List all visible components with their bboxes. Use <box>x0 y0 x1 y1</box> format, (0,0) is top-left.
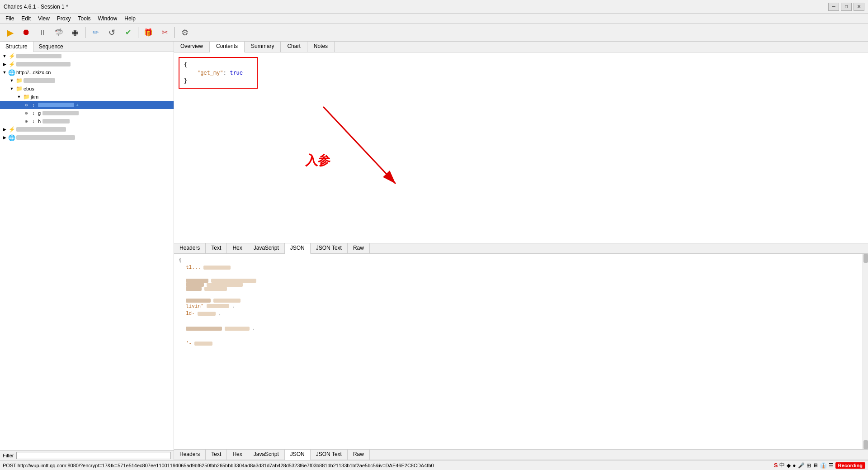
tab-summary[interactable]: Summary <box>245 42 281 52</box>
window-title: Charles 4.6.1 - Session 1 * <box>4 4 68 10</box>
req-tab-headers[interactable]: Headers <box>174 243 206 253</box>
minimize-button[interactable]: ─ <box>828 3 839 11</box>
resp-key-apos: '- <box>186 340 192 347</box>
expand-host5[interactable]: ▶ <box>1 134 8 141</box>
expand-icon3[interactable]: ▼ <box>1 69 8 76</box>
menu-help[interactable]: Help <box>121 14 139 23</box>
gift-button[interactable]: 🎁 <box>141 25 156 40</box>
resp-tab-hex[interactable]: Hex <box>227 450 248 460</box>
req-tab-hex[interactable]: Hex <box>227 243 248 253</box>
tree-item-host3[interactable]: ▼ 🌐 http://...dsizx.cn <box>0 68 174 76</box>
record-button[interactable]: ⏺ <box>19 25 33 40</box>
maximize-button[interactable]: □ <box>841 3 852 11</box>
menu-window[interactable]: Window <box>94 14 121 23</box>
folder-icon-ebus: 📁 <box>15 85 23 92</box>
req-icon2: ↕ <box>30 109 37 117</box>
expand-ebus[interactable]: ▼ <box>8 85 15 92</box>
req-tab-text[interactable]: Text <box>206 243 227 253</box>
tree-item-req2[interactable]: ⊙ ↕ g <box>0 109 174 117</box>
stop-button[interactable]: ⏸ <box>35 25 50 40</box>
window-controls[interactable]: ─ □ ✕ <box>828 3 864 11</box>
refresh-button[interactable]: ↺ <box>104 25 119 40</box>
req-label3: h <box>38 119 41 124</box>
content-tabs: Overview Contents Summary Chart Notes <box>174 42 868 52</box>
tab-structure[interactable]: Structure <box>0 42 33 52</box>
settings-button[interactable]: ⚙ <box>178 25 192 40</box>
filter-input[interactable] <box>16 452 171 459</box>
host-label-blurred4 <box>16 135 75 140</box>
tree-item-jkm[interactable]: ▼ 📁 jkm <box>0 93 174 101</box>
resp-tab-text[interactable]: Text <box>206 450 227 460</box>
recording-badge: Recording <box>835 462 865 469</box>
response-scrollbar[interactable] <box>863 254 868 450</box>
menu-view[interactable]: View <box>34 14 53 23</box>
globe-icon: 🌐 <box>8 69 15 76</box>
main-layout: Structure Sequence ▼ ⚡ ▶ ⚡ ▼ 🌐 http://..… <box>0 42 868 460</box>
tree-item-host5[interactable]: ▶ 🌐 <box>0 133 174 142</box>
folder-label-blurred <box>24 78 55 83</box>
toolbar-separator-2 <box>138 27 138 38</box>
annotation-text: 入参 <box>305 152 330 169</box>
tree-item-req3[interactable]: ⊙ ↕ h <box>0 117 174 125</box>
tree-item-folder1[interactable]: ▼ 📁 <box>0 76 174 85</box>
req-tab-raw[interactable]: Raw <box>348 243 370 253</box>
start-button[interactable]: ▶ <box>3 25 17 40</box>
host-label: http://...dsizx.cn <box>16 70 51 75</box>
sidebar-tabs: Structure Sequence <box>0 42 174 52</box>
req-tab-json[interactable]: JSON <box>285 243 311 254</box>
expand-icon[interactable]: ▶ <box>1 61 8 68</box>
tree-item-host4[interactable]: ▶ ⚡ <box>0 125 174 133</box>
menu-bar: File Edit View Proxy Tools Window Help <box>0 14 868 24</box>
resp-tab-headers[interactable]: Headers <box>174 450 206 460</box>
check-button[interactable]: ✔ <box>121 25 135 40</box>
tab-sequence[interactable]: Sequence <box>33 42 69 52</box>
req-icon1: ↕ <box>30 101 37 109</box>
host-label-blurred3 <box>16 127 66 132</box>
tab-notes[interactable]: Notes <box>307 42 335 52</box>
lightning-icon: ⚡ <box>8 52 15 60</box>
req-tab-json-text[interactable]: JSON Text <box>311 243 348 253</box>
tab-contents[interactable]: Contents <box>210 42 245 52</box>
expand-req2: ⊙ <box>23 109 30 117</box>
host-label-blurred <box>16 54 61 58</box>
tree-item-req1[interactable]: ⊙ ↕ + <box>0 101 174 109</box>
resp-val-blurred-9 <box>194 342 212 346</box>
resp-val-blurred-1 <box>203 266 231 270</box>
target-button[interactable]: ◉ <box>68 25 82 40</box>
pen-button[interactable]: ✏ <box>88 25 103 40</box>
expand-icon[interactable]: ▼ <box>1 52 8 60</box>
tab-overview[interactable]: Overview <box>174 42 210 52</box>
tree-item-host1[interactable]: ▼ ⚡ <box>0 52 174 60</box>
scrollbar-thumb[interactable] <box>863 254 868 263</box>
expand-jkm[interactable]: ▼ <box>15 93 23 100</box>
resp-line-1: t1... <box>179 264 863 271</box>
menu-proxy[interactable]: Proxy <box>53 14 75 23</box>
tree-item-ebus[interactable]: ▼ 📁 ebus <box>0 85 174 93</box>
expand-host4[interactable]: ▶ <box>1 126 8 133</box>
shark-button[interactable]: 🦈 <box>52 25 66 40</box>
resp-line-6: livin" , <box>179 303 863 310</box>
menu-tools[interactable]: Tools <box>75 14 94 23</box>
title-bar: Charles 4.6.1 - Session 1 * ─ □ ✕ <box>0 0 868 14</box>
resp-key-blurred-3 <box>186 283 204 287</box>
close-button[interactable]: ✕ <box>854 3 864 11</box>
tools-button[interactable]: ✂ <box>157 25 172 40</box>
req-icon3: ↕ <box>30 118 37 125</box>
resp-line-brace: { <box>179 256 863 264</box>
tree-item-host2[interactable]: ▶ ⚡ <box>0 60 174 68</box>
folder-icon1: 📁 <box>15 77 23 84</box>
resp-tab-javascript[interactable]: JavaScript <box>248 450 285 460</box>
req-badge: + <box>76 103 79 108</box>
req-tab-javascript[interactable]: JavaScript <box>248 243 285 253</box>
jkm-label: jkm <box>31 94 38 100</box>
menu-edit[interactable]: Edit <box>18 14 34 23</box>
expand-icon-folder1[interactable]: ▼ <box>8 77 15 84</box>
resp-line-5 <box>179 299 863 303</box>
resp-line-blank4 <box>179 332 863 340</box>
resp-tab-json[interactable]: JSON <box>285 450 311 460</box>
resp-tab-raw[interactable]: Raw <box>348 450 370 460</box>
menu-file[interactable]: File <box>2 14 18 23</box>
tab-chart[interactable]: Chart <box>281 42 307 52</box>
sidebar: Structure Sequence ▼ ⚡ ▶ ⚡ ▼ 🌐 http://..… <box>0 42 174 460</box>
resp-tab-json-text[interactable]: JSON Text <box>311 450 348 460</box>
